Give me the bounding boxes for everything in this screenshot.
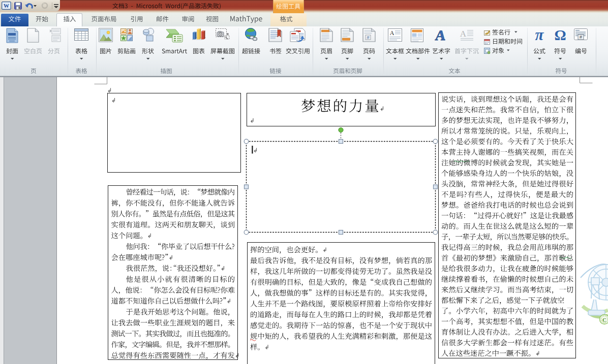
svg-text:C: C bbox=[602, 317, 606, 323]
